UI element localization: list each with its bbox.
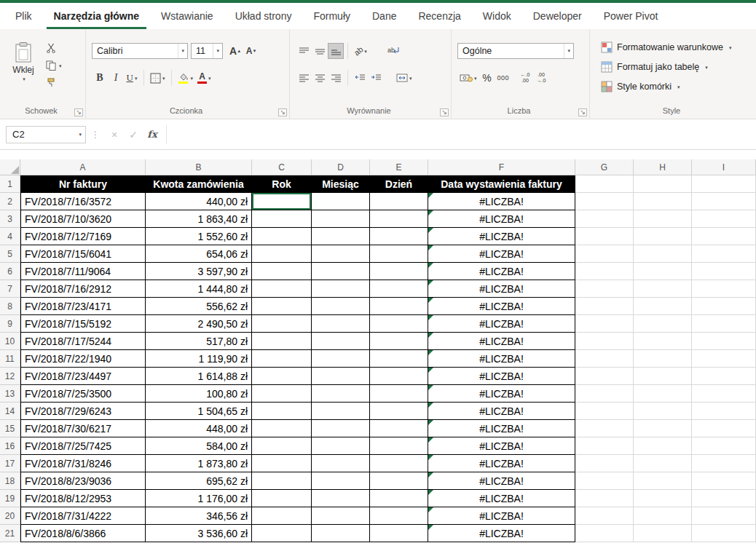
cell-E18[interactable] — [370, 472, 428, 490]
cell-A5[interactable]: FV/2018/7/15/6041 — [20, 245, 146, 263]
column-header-A[interactable]: A — [20, 159, 146, 175]
cell-H9[interactable] — [634, 315, 692, 333]
cell-F11[interactable]: #LICZBA! — [428, 350, 575, 368]
cell-B12[interactable]: 1 614,88 zł — [146, 368, 252, 385]
orientation-button[interactable]: ab ▾ — [352, 43, 369, 59]
cell-I2[interactable] — [692, 193, 756, 210]
cell-E8[interactable] — [370, 298, 428, 315]
cell-E14[interactable] — [370, 403, 428, 420]
underline-button[interactable]: U ▾ — [124, 70, 140, 86]
align-left-button[interactable] — [296, 70, 312, 86]
cell-E20[interactable] — [370, 507, 428, 525]
cell-I1[interactable] — [692, 175, 756, 193]
cell-F18[interactable]: #LICZBA! — [428, 472, 575, 490]
cell-E11[interactable] — [370, 350, 428, 368]
cell-H19[interactable] — [634, 490, 692, 507]
font-size-combo[interactable]: 11 ▾ — [191, 43, 223, 59]
cell-A15[interactable]: FV/2018/7/30/6217 — [20, 420, 146, 437]
cell-A21[interactable]: FV/2018/8/6/3866 — [20, 525, 146, 542]
row-header-6[interactable]: 6 — [0, 263, 20, 280]
fill-color-button[interactable]: ▾ — [176, 70, 196, 86]
cell-A18[interactable]: FV/2018/8/23/9036 — [20, 472, 146, 490]
cell-B10[interactable]: 517,80 zł — [146, 333, 252, 350]
cell-F14[interactable]: #LICZBA! — [428, 403, 575, 420]
cell-H8[interactable] — [634, 298, 692, 315]
tab-uklad-strony[interactable]: Układ strony — [224, 3, 303, 29]
cell-I4[interactable] — [692, 228, 756, 245]
cell-E17[interactable] — [370, 455, 428, 472]
cell-G8[interactable] — [575, 298, 634, 315]
cell-E12[interactable] — [370, 368, 428, 385]
cancel-button[interactable]: × — [105, 127, 124, 143]
decrease-font-size-button[interactable]: A▼ — [243, 43, 259, 59]
cell-C6[interactable] — [252, 263, 312, 280]
cell-A4[interactable]: FV/2018/7/12/7169 — [20, 228, 146, 245]
cell-F9[interactable]: #LICZBA! — [428, 315, 575, 333]
cell-I8[interactable] — [692, 298, 756, 315]
wrap-text-button[interactable]: ab — [385, 43, 402, 59]
cell-C12[interactable] — [252, 368, 312, 385]
cell-H10[interactable] — [634, 333, 692, 350]
cell-D17[interactable] — [312, 455, 370, 472]
row-header-4[interactable]: 4 — [0, 228, 20, 245]
cell-G9[interactable] — [575, 315, 634, 333]
cell-D14[interactable] — [312, 403, 370, 420]
cell-G18[interactable] — [575, 472, 634, 490]
row-header-1[interactable]: 1 — [0, 175, 20, 193]
cell-C15[interactable] — [252, 420, 312, 437]
row-header-11[interactable]: 11 — [0, 350, 20, 368]
row-header-5[interactable]: 5 — [0, 245, 20, 263]
cell-C8[interactable] — [252, 298, 312, 315]
cell-C11[interactable] — [252, 350, 312, 368]
cell-E6[interactable] — [370, 263, 428, 280]
cell-H14[interactable] — [634, 403, 692, 420]
cell-C20[interactable] — [252, 507, 312, 525]
cell-D20[interactable] — [312, 507, 370, 525]
cell-I17[interactable] — [692, 455, 756, 472]
cell-G11[interactable] — [575, 350, 634, 368]
fill-color-dropdown-icon[interactable]: ▾ — [191, 76, 194, 81]
percent-style-button[interactable]: % — [479, 70, 495, 86]
cell-F7[interactable]: #LICZBA! — [428, 280, 575, 298]
font-name-combo[interactable]: Calibri ▾ — [92, 43, 188, 59]
cell-E3[interactable] — [370, 210, 428, 228]
cell-C3[interactable] — [252, 210, 312, 228]
cell-B19[interactable]: 1 176,00 zł — [146, 490, 252, 507]
row-header-18[interactable]: 18 — [0, 472, 20, 490]
cell-styles-dropdown-icon[interactable]: ▾ — [677, 84, 680, 90]
cell-F6[interactable]: #LICZBA! — [428, 263, 575, 280]
cell-C14[interactable] — [252, 403, 312, 420]
cell-C10[interactable] — [252, 333, 312, 350]
cell-I11[interactable] — [692, 350, 756, 368]
cell-E9[interactable] — [370, 315, 428, 333]
cell-F10[interactable]: #LICZBA! — [428, 333, 575, 350]
format-as-table-button[interactable]: Formatuj jako tabelę ▾ — [597, 59, 749, 75]
cell-D12[interactable] — [312, 368, 370, 385]
cell-H2[interactable] — [634, 193, 692, 210]
cell-H1[interactable] — [634, 175, 692, 193]
cell-I16[interactable] — [692, 437, 756, 455]
cell-A16[interactable]: FV/2018/7/25/7425 — [20, 437, 146, 455]
cell-C16[interactable] — [252, 437, 312, 455]
tab-formuly[interactable]: Formuły — [302, 3, 361, 29]
increase-indent-button[interactable] — [368, 70, 384, 86]
row-header-21[interactable]: 21 — [0, 525, 20, 542]
cell-I5[interactable] — [692, 245, 756, 263]
cell-E4[interactable] — [370, 228, 428, 245]
underline-dropdown-icon[interactable]: ▾ — [135, 76, 138, 81]
format-as-table-dropdown-icon[interactable]: ▾ — [705, 65, 708, 70]
borders-button[interactable]: ▾ — [148, 70, 168, 86]
copy-dropdown-icon[interactable]: ▾ — [59, 63, 62, 68]
conditional-formatting-button[interactable]: Formatowanie warunkowe ▾ — [597, 39, 749, 55]
tab-dane[interactable]: Dane — [361, 3, 407, 29]
cell-D1[interactable]: Miesiąc — [312, 175, 370, 193]
cell-F5[interactable]: #LICZBA! — [428, 245, 575, 263]
cell-B17[interactable]: 1 873,80 zł — [146, 455, 252, 472]
cell-C18[interactable] — [252, 472, 312, 490]
cell-C9[interactable] — [252, 315, 312, 333]
cell-G1[interactable] — [575, 175, 634, 193]
cell-D18[interactable] — [312, 472, 370, 490]
cell-F4[interactable]: #LICZBA! — [428, 228, 575, 245]
cell-E1[interactable]: Dzień — [370, 175, 428, 193]
cell-E15[interactable] — [370, 420, 428, 437]
